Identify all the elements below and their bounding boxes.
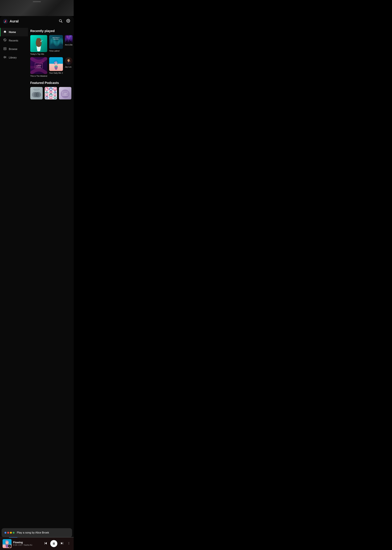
playlist-thumb-viva-latino: ABSTRACT DESIGN [49,35,63,49]
svg-point-22 [67,40,67,40]
svg-rect-25 [69,40,70,42]
playlist-card-daily-mix[interactable]: H Your Daily Mix 2 [49,57,63,77]
browse-icon [3,47,7,51]
geometric-podcast-art [45,87,57,99]
svg-point-26 [69,40,70,41]
top-hits-art [30,35,47,52]
playlist-thumb-weeknd: LOREM IPSUM. [30,57,47,74]
more-options-button[interactable] [67,541,71,546]
pill-handle [33,1,41,2]
app-container: Aural Home [0,16,74,550]
playlist-thumb-are-be [65,35,73,43]
svg-text:CREATIVE: CREATIVE [33,89,40,90]
podcast-card-creative[interactable]: CREATIVE MAGAZINE [30,87,43,100]
jay-los-art [65,57,73,65]
playlist-card-are-be[interactable]: Are & Be [65,35,73,55]
svg-point-82 [69,543,69,543]
more-icon [67,542,70,545]
voice-dot-yellow [10,532,12,534]
podcast-thumb-geometric [45,87,57,99]
skip-back-button[interactable] [43,541,48,546]
svg-rect-28 [70,41,71,42]
svg-point-7 [5,48,6,49]
svg-text:DESIGN: DESIGN [54,39,59,40]
recently-played-title: Recently played [30,29,71,33]
sidebar: Home Recents [0,27,28,550]
playlist-card-viva-latino[interactable]: ABSTRACT DESIGN !Viva Latino! [49,35,63,55]
playlist-thumb-top-hits [30,35,47,52]
content-area: Recently played [28,27,74,550]
viva-latino-art: ABSTRACT DESIGN [49,35,63,49]
featured-podcasts-grid: CREATIVE MAGAZINE [30,87,71,100]
podcast-thumb-lorem: LOREM IPSUM. [59,87,71,99]
svg-rect-6 [4,48,6,50]
pause-button[interactable] [50,540,57,547]
featured-podcasts-title: Featured Podcasts [30,81,71,85]
playlist-card-top-hits[interactable]: Today's Top Hits [30,35,47,55]
settings-button[interactable] [66,18,71,24]
podcast-card-geometric[interactable] [45,87,57,100]
svg-text:ABSTRACT: ABSTRACT [52,37,60,38]
np-progress-fill [9,537,17,537]
now-playing-info: Flowing 0:18 / 2:37 • Sasha Ko [13,541,42,546]
now-playing-art [3,539,12,548]
voice-assistant-toast: Play a song by Alice Broek [2,528,72,537]
voice-dots [5,532,14,534]
lorem-podcast-art: LOREM IPSUM. [59,87,71,99]
playlist-name-top-hits: Today's Top Hits [30,53,47,55]
svg-rect-21 [67,40,67,42]
search-button[interactable] [58,18,63,24]
np-progress-bar [9,537,74,537]
playlist-card-jay-los[interactable]: Jay Los [65,57,73,77]
playlist-name-daily-mix: Your Daily Mix 2 [49,72,63,74]
podcast-card-lorem[interactable]: LOREM IPSUM. [59,87,71,100]
header-logo: Aural [3,19,58,24]
svg-point-20 [67,36,70,39]
voice-dot-red [7,532,9,534]
home-icon [3,30,7,34]
podcast-thumb-creative: CREATIVE MAGAZINE [30,87,43,99]
svg-marker-75 [45,542,47,544]
svg-marker-79 [61,542,63,544]
sidebar-item-library[interactable]: Library [0,53,28,62]
svg-rect-57 [46,95,48,96]
svg-text:LOREM: LOREM [36,65,41,66]
svg-rect-76 [45,542,45,544]
svg-point-74 [9,546,10,546]
app-title: Aural [10,19,19,23]
playlist-name-weeknd: This is The Weeknd [30,75,47,77]
svg-point-83 [69,544,69,544]
now-playing-thumbnail[interactable] [3,539,12,548]
svg-text:MAGAZINE: MAGAZINE [35,90,39,91]
playlist-thumb-jay-los [65,57,73,65]
skip-back-icon [44,542,47,545]
header: Aural [0,16,74,27]
now-playing-title: Flowing [13,541,42,544]
svg-rect-23 [67,39,67,40]
svg-point-3 [4,22,5,23]
header-actions [58,18,71,24]
daily-mix-art: H [49,57,63,71]
now-playing-bar: Flowing 0:18 / 2:37 • Sasha Ko [0,537,74,550]
sidebar-item-browse[interactable]: Browse [0,45,28,53]
svg-point-2 [5,21,6,22]
svg-rect-27 [66,41,68,42]
svg-text:LOREM: LOREM [63,93,67,94]
svg-text:IPSUM.: IPSUM. [36,66,41,68]
playlist-name-are-be: Are & Be [65,44,73,46]
recently-played-grid: Today's Top Hits [30,35,71,77]
pause-icon [52,542,56,545]
voice-assistant-text: Play a song by Alice Broek [17,531,49,534]
svg-rect-77 [53,543,54,544]
sidebar-item-home[interactable]: Home [0,28,28,36]
svg-rect-60 [54,95,56,96]
svg-point-49 [35,92,41,97]
playlist-name-jay-los: Jay Los [65,66,73,68]
now-playing-controls [43,540,71,547]
skip-forward-button[interactable] [60,541,64,546]
svg-rect-63 [50,98,52,99]
sidebar-item-recents[interactable]: Recents [0,36,28,45]
np-progress-track [9,537,74,537]
playlist-card-weeknd[interactable]: LOREM IPSUM. This is The Weeknd [30,57,47,77]
weeknd-art: LOREM IPSUM. [30,57,47,74]
